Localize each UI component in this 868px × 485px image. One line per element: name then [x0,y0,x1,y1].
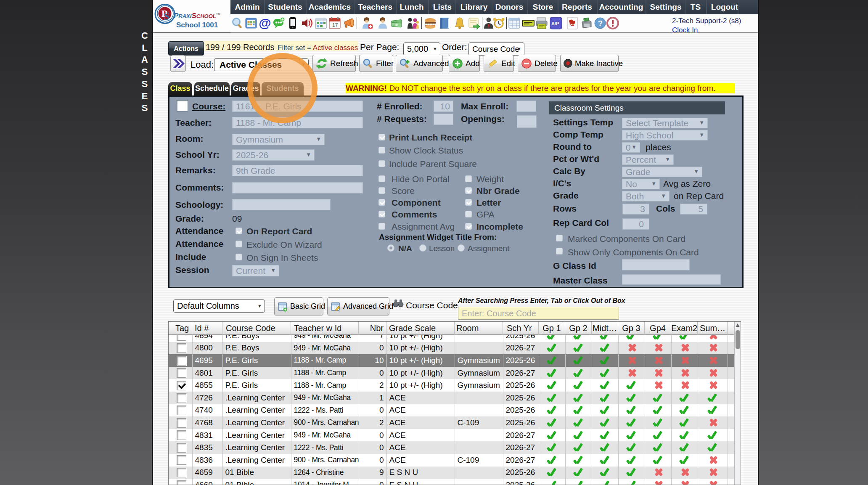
svg-text:S: S [164,10,169,22]
svg-text:A/P: A/P [551,21,559,26]
svg-text:17: 17 [332,22,338,28]
svg-text:?: ? [598,19,603,28]
